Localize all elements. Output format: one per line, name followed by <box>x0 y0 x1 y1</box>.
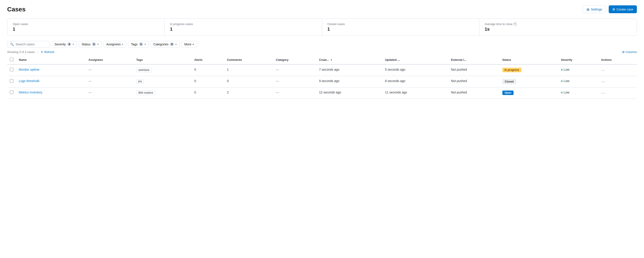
stat-open-cases: Open cases 1 <box>7 19 165 35</box>
severity-chevron-icon: ▾ <box>72 43 74 46</box>
columns-button[interactable]: ⊞ Columns <box>622 50 637 54</box>
updated-2: 11 seconds ago <box>382 87 448 99</box>
search-input[interactable] <box>16 43 47 46</box>
columns-label: Columns <box>626 50 637 54</box>
search-icon: 🔍 <box>10 43 14 46</box>
tags-count: 3 <box>139 43 143 46</box>
more-filter-button[interactable]: More + <box>182 41 197 48</box>
assignees-0: — <box>88 68 92 71</box>
create-case-button[interactable]: ⊕ Create case <box>609 5 637 13</box>
stat-closed-value: 1 <box>328 27 474 32</box>
table-row: Monitor uptime — swimlane 0 1 — 7 second… <box>7 64 637 76</box>
tag-pill-1: jira <box>136 79 144 84</box>
categories-count: 0 <box>170 43 174 46</box>
row-checkbox-2[interactable] <box>10 91 14 94</box>
severity-0: Low <box>558 64 598 76</box>
external-2: Not pushed <box>448 87 500 99</box>
updated-1: 8 seconds ago <box>382 76 448 87</box>
assignees-1: — <box>88 79 92 83</box>
alerts-2: 0 <box>192 87 224 99</box>
comments-0: 1 <box>224 64 273 76</box>
stat-avg-time: Average time to close ? 1s <box>479 19 637 35</box>
row-checkbox-0[interactable] <box>10 68 14 71</box>
comments-1: 0 <box>224 76 273 87</box>
stats-bar: Open cases 1 In progress cases 1 Closed … <box>7 19 637 36</box>
severity-dot-2 <box>561 92 563 93</box>
stat-avg-label: Average time to close ? <box>485 22 631 26</box>
severity-dot-1 <box>561 80 563 82</box>
status-badge-2: Open <box>502 91 514 95</box>
create-label: Create case <box>616 8 633 11</box>
severity-2: Low <box>558 87 598 99</box>
stat-open-label: Open cases <box>13 22 159 26</box>
status-badge-0: In progress <box>502 68 521 72</box>
table-row: Metrics inventory — IBM resilient 0 2 — … <box>7 87 637 99</box>
severity-label: Severity <box>54 43 66 46</box>
filters-row: 🔍 Severity 4 ▾ Status 3 ▾ Assignees ▾ Ta… <box>7 41 637 48</box>
tags-chevron-icon: ▾ <box>144 43 146 46</box>
alerts-1: 0 <box>192 76 224 87</box>
refresh-label: Refresh <box>44 50 54 54</box>
showing-divider: | <box>38 50 38 54</box>
search-box[interactable]: 🔍 <box>7 41 50 48</box>
severity-1: Low <box>558 76 598 87</box>
created-2: 12 seconds ago <box>316 87 382 99</box>
showing-left: Showing 3 of 3 cases | ↻ Refresh <box>7 50 54 54</box>
alerts-0: 0 <box>192 64 224 76</box>
row-checkbox-1[interactable] <box>10 79 14 83</box>
severity-dot-0 <box>561 69 563 71</box>
refresh-button[interactable]: ↻ Refresh <box>41 50 54 54</box>
severity-count: 4 <box>67 43 72 46</box>
actions-button-2[interactable]: ⋯ <box>601 91 606 95</box>
created-sort-icon: ▼ <box>330 59 332 61</box>
categories-label: Categories <box>154 43 169 46</box>
status-filter-button[interactable]: Status 3 ▾ <box>79 41 102 48</box>
col-category: Category <box>273 56 316 64</box>
category-2: — <box>276 91 279 94</box>
settings-button[interactable]: Settings <box>582 5 606 13</box>
assignees-label: Assignees <box>106 43 121 46</box>
categories-chevron-icon: ▾ <box>175 43 177 46</box>
col-actions: Actions <box>598 56 637 64</box>
col-tags: Tags <box>134 56 192 64</box>
stat-in-progress-label: In progress cases <box>170 22 316 26</box>
case-name-link-2[interactable]: Metrics inventory <box>19 91 42 94</box>
comments-2: 2 <box>224 87 273 99</box>
external-0: Not pushed <box>448 64 500 76</box>
external-1: Not pushed <box>448 76 500 87</box>
severity-filter-button[interactable]: Severity 4 ▾ <box>52 41 77 48</box>
select-all-checkbox[interactable] <box>10 58 14 61</box>
case-name-link-0[interactable]: Monitor uptime <box>19 68 40 71</box>
page-title: Cases <box>7 6 26 13</box>
created-1: 9 seconds ago <box>316 76 382 87</box>
assignees-filter-button[interactable]: Assignees ▾ <box>104 41 126 48</box>
col-created[interactable]: Creat... ▼ <box>316 56 382 64</box>
stat-avg-value: 1s <box>485 27 631 32</box>
stat-closed-label: Closed cases <box>328 22 474 26</box>
actions-button-0[interactable]: ⋯ <box>601 68 606 72</box>
table-row: Logs threshold — jira 0 0 — 9 seconds ag… <box>7 76 637 87</box>
avg-time-info-icon[interactable]: ? <box>514 23 517 26</box>
col-name: Name <box>16 56 86 64</box>
tag-pill-2: IBM resilient <box>136 91 155 95</box>
settings-label: Settings <box>591 8 602 11</box>
category-0: — <box>276 68 279 71</box>
col-updated: Updated ... <box>382 56 448 64</box>
plus-circle-icon: ⊕ <box>612 7 615 12</box>
showing-count: Showing 3 of 3 cases <box>7 50 35 54</box>
col-external: External i... <box>448 56 500 64</box>
tags-label: Tags <box>131 43 138 46</box>
actions-button-1[interactable]: ⋯ <box>601 79 606 84</box>
stat-in-progress-value: 1 <box>170 27 316 32</box>
status-label: Status <box>82 43 90 46</box>
stat-open-value: 1 <box>13 27 159 32</box>
updated-0: 5 seconds ago <box>382 64 448 76</box>
col-comments: Comments <box>224 56 273 64</box>
stat-closed: Closed cases 1 <box>322 19 479 35</box>
tags-filter-button[interactable]: Tags 3 ▾ <box>128 41 148 48</box>
assignees-chevron-icon: ▾ <box>122 43 123 46</box>
categories-filter-button[interactable]: Categories 0 ▾ <box>150 41 180 48</box>
case-name-link-1[interactable]: Logs threshold <box>19 79 39 83</box>
header-actions: Settings ⊕ Create case <box>582 5 637 13</box>
tag-pill-0: swimlane <box>136 68 152 72</box>
